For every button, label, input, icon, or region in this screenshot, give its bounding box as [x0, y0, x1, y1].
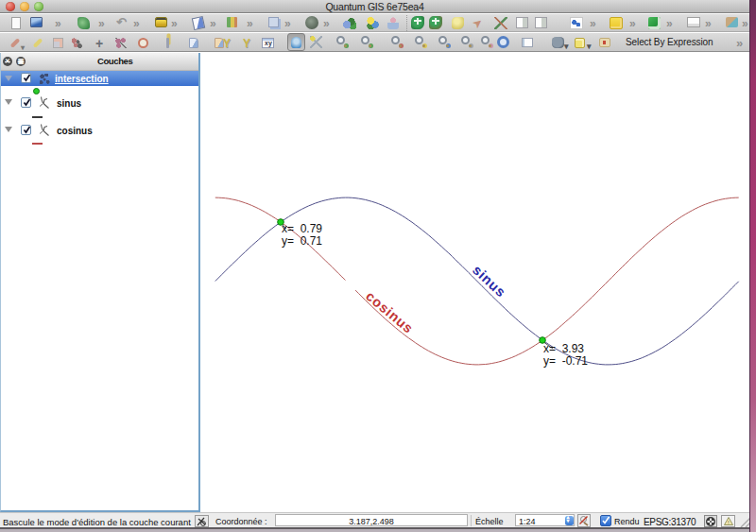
- svg-text:y= -0.71: y= -0.71: [543, 354, 588, 368]
- svg-text:cosinus: cosinus: [363, 288, 417, 336]
- svg-text:y= 0.71: y= 0.71: [282, 234, 322, 248]
- svg-text:x= 0.79: x= 0.79: [282, 222, 322, 235]
- svg-text:sinus: sinus: [470, 262, 509, 300]
- svg-text:x= 3.93: x= 3.93: [543, 342, 584, 355]
